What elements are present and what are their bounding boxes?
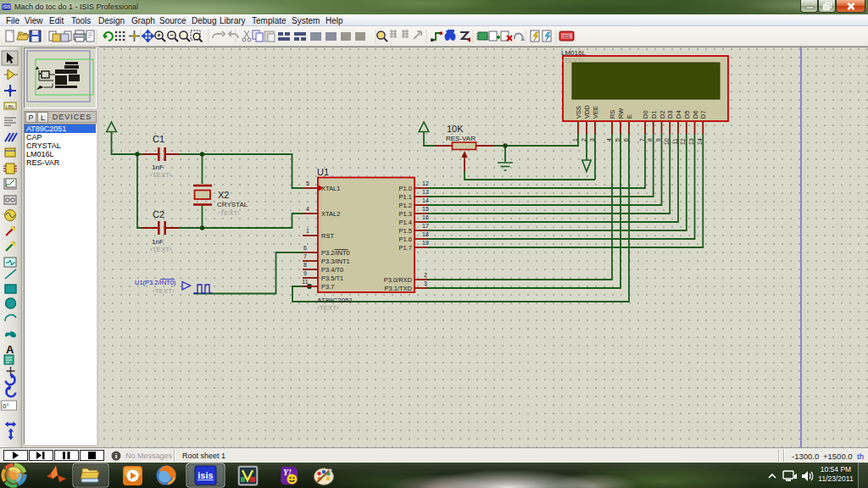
svg-text:ISIS: ISIS [562, 34, 570, 39]
svg-text:13: 13 [422, 189, 429, 195]
svg-text:P3.0/RXD: P3.0/RXD [384, 276, 413, 284]
svg-text:P1.6: P1.6 [399, 236, 412, 243]
svg-text:P3.2/INT0: P3.2/INT0 [321, 249, 350, 257]
svg-text:P1.4: P1.4 [399, 219, 412, 226]
svg-text:D5: D5 [683, 110, 691, 119]
svg-text:3: 3 [424, 280, 427, 286]
svg-text:10K: 10K [447, 124, 464, 134]
svg-text:16: 16 [422, 214, 429, 220]
svg-text:4: 4 [605, 138, 613, 141]
svg-text:XTAL1: XTAL1 [321, 185, 340, 192]
svg-text:6: 6 [622, 138, 630, 141]
svg-text:P3.4/T0: P3.4/T0 [321, 266, 343, 274]
svg-text:11: 11 [302, 279, 308, 285]
svg-text:U1(P3.2/INT0): U1(P3.2/INT0) [135, 279, 176, 286]
svg-text:P1.2: P1.2 [399, 202, 412, 209]
svg-text:RES-VAR: RES-VAR [446, 135, 476, 142]
svg-text:1nF: 1nF [152, 238, 164, 246]
svg-text:P3.7: P3.7 [321, 283, 334, 291]
svg-text:17: 17 [422, 223, 429, 229]
svg-text:U1: U1 [317, 167, 329, 177]
svg-text:D2: D2 [659, 110, 666, 119]
svg-text:‹TEXT›: ‹TEXT› [218, 209, 240, 217]
svg-text:CRYSTAL: CRYSTAL [217, 201, 248, 208]
svg-text:9: 9 [303, 270, 307, 276]
svg-text:X2: X2 [218, 190, 229, 200]
svg-text:D3: D3 [666, 110, 674, 119]
svg-text:VDD: VDD [583, 105, 591, 119]
svg-text:RW: RW [617, 108, 625, 119]
svg-text:1nF: 1nF [152, 164, 164, 171]
svg-text:LM016L: LM016L [561, 49, 586, 57]
svg-text:6: 6 [303, 245, 307, 251]
svg-text:E: E [626, 114, 633, 119]
svg-text:14: 14 [422, 197, 429, 203]
svg-text:VEE: VEE [592, 106, 599, 119]
svg-text:1: 1 [306, 228, 309, 234]
svg-text:C1: C1 [153, 134, 164, 144]
svg-text:‹TEXT›: ‹TEXT› [150, 246, 172, 253]
svg-text:P1.0: P1.0 [399, 185, 412, 192]
svg-text:RST: RST [321, 232, 334, 240]
svg-text:12: 12 [679, 138, 687, 145]
svg-text:14: 14 [696, 138, 704, 145]
svg-text:A: A [6, 343, 14, 356]
svg-text:‹TEXT›: ‹TEXT› [150, 171, 172, 179]
svg-text:D6: D6 [692, 110, 699, 119]
svg-text:18: 18 [422, 231, 429, 237]
svg-text:10: 10 [663, 138, 670, 145]
svg-text:P3.1/TXD: P3.1/TXD [384, 285, 412, 292]
svg-text:‹TEXT›: ‹TEXT› [562, 57, 584, 64]
svg-text:9: 9 [654, 138, 662, 141]
svg-text:0°: 0° [3, 402, 9, 410]
svg-text:P1.7: P1.7 [399, 244, 412, 252]
svg-text:VSS: VSS [575, 106, 582, 119]
svg-text:2: 2 [424, 272, 427, 278]
svg-text:P3.3/INT1: P3.3/INT1 [321, 258, 350, 265]
svg-text:12: 12 [422, 180, 429, 186]
svg-text:4: 4 [306, 206, 309, 212]
svg-text:5: 5 [306, 180, 309, 186]
svg-text:5: 5 [614, 138, 621, 141]
svg-text:D1: D1 [650, 110, 658, 119]
svg-text:LBL: LBL [5, 104, 14, 109]
svg-text:7: 7 [303, 253, 307, 259]
svg-text:11: 11 [671, 138, 679, 145]
svg-text:P1.1: P1.1 [399, 193, 412, 201]
svg-text:7: 7 [638, 138, 646, 141]
svg-text:‹TEXT›: ‹TEXT› [317, 304, 339, 312]
svg-text:19: 19 [422, 240, 429, 246]
svg-text:15: 15 [422, 206, 429, 212]
svg-text:8: 8 [646, 138, 654, 141]
svg-text:‹TEXT›: ‹TEXT› [153, 287, 175, 295]
svg-text:13: 13 [687, 138, 695, 145]
svg-text:D0: D0 [642, 110, 649, 119]
svg-text:2: 2 [580, 138, 587, 141]
svg-text:D4: D4 [675, 110, 682, 119]
svg-text:1: 1 [571, 138, 579, 141]
svg-text:3: 3 [588, 138, 596, 141]
svg-text:8: 8 [303, 262, 307, 268]
svg-text:P1.5: P1.5 [399, 227, 412, 235]
svg-text:RS: RS [609, 110, 616, 119]
svg-text:P1.3: P1.3 [399, 210, 412, 218]
svg-text:XTAL2: XTAL2 [321, 210, 340, 218]
svg-text:P3.5/T1: P3.5/T1 [321, 274, 343, 282]
svg-text:AT89C2051: AT89C2051 [317, 297, 353, 304]
svg-text:C2: C2 [153, 209, 164, 219]
svg-text:D7: D7 [699, 110, 707, 119]
